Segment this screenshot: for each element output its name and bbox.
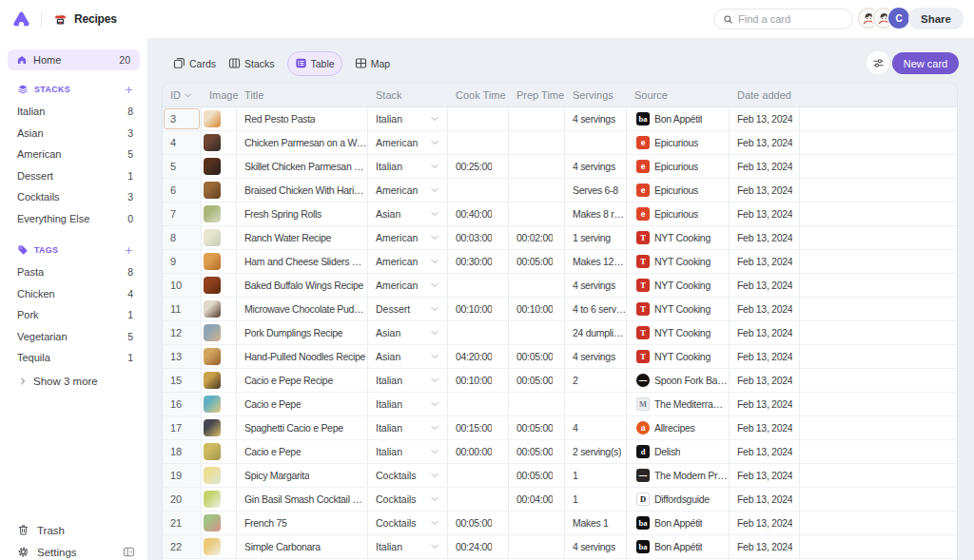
cell-servings[interactable]: 4 servings	[565, 274, 627, 297]
cell-cook-time[interactable]: 00:10:00	[448, 298, 509, 320]
cell-date-added[interactable]: Feb 13, 2024	[730, 393, 800, 415]
cell-servings[interactable]	[565, 131, 627, 154]
cell-servings[interactable]: 1 serving	[565, 226, 627, 249]
cell-date-added[interactable]: Feb 13, 2024	[730, 416, 800, 439]
cell-date-added[interactable]: Feb 13, 2024	[730, 203, 800, 225]
cell-servings[interactable]: Makes 8 ro…	[565, 203, 627, 225]
avatar[interactable]: C	[888, 8, 909, 29]
cell-image[interactable]	[202, 369, 237, 392]
cell-date-added[interactable]: Feb 13, 2024	[730, 369, 800, 392]
cell-extra[interactable]	[800, 369, 957, 392]
cell-title[interactable]: Spicy Margarita	[237, 464, 368, 487]
app-logo-icon[interactable]	[12, 10, 30, 29]
cell-cook-time[interactable]: 00:24:00	[448, 535, 509, 558]
cell-extra[interactable]	[800, 416, 957, 439]
cell-cook-time[interactable]	[448, 464, 509, 487]
cell-stack[interactable]: Cocktails	[368, 488, 448, 511]
cell-id[interactable]: 6	[163, 179, 202, 202]
cell-cook-time[interactable]	[448, 179, 509, 202]
cell-image[interactable]	[202, 131, 237, 154]
cell-title[interactable]: Ranch Water Recipe	[237, 226, 368, 249]
cell-date-added[interactable]: Feb 13, 2024	[730, 107, 800, 130]
cell-servings[interactable]: 4 servings	[565, 535, 627, 558]
cell-stack[interactable]: American	[368, 131, 448, 154]
cell-id[interactable]: 10	[163, 274, 202, 297]
cell-cook-time[interactable]	[448, 393, 509, 415]
cell-prep-time[interactable]: 00:05:00	[509, 345, 565, 368]
cell-servings[interactable]: 24 dumpli…	[565, 321, 627, 344]
cell-image[interactable]	[202, 535, 237, 558]
cell-image[interactable]	[202, 321, 237, 344]
cell-date-added[interactable]: Feb 13, 2024	[730, 155, 800, 178]
cell-cook-time[interactable]: 00:05:00	[448, 512, 509, 534]
cell-servings[interactable]	[565, 393, 627, 415]
cell-servings[interactable]: Makes 1	[565, 512, 627, 534]
cell-cook-time[interactable]	[448, 131, 509, 154]
add-tag-icon[interactable]	[125, 246, 133, 255]
new-card-button[interactable]: New card	[892, 52, 959, 74]
cell-title[interactable]: Gin Basil Smash Cocktail Re…	[237, 488, 368, 511]
cell-cook-time[interactable]	[448, 107, 509, 130]
sidebar-stack-item[interactable]: Cocktails 3	[0, 186, 147, 208]
cell-cook-time[interactable]: 00:00:00	[448, 440, 509, 463]
view-tab[interactable]: Table	[287, 51, 342, 76]
cell-prep-time[interactable]	[509, 203, 565, 225]
column-header-servings[interactable]: Servings	[565, 84, 627, 106]
cell-prep-time[interactable]: 00:10:00	[509, 298, 565, 320]
cell-image[interactable]	[202, 226, 237, 249]
cell-prep-time[interactable]	[509, 535, 565, 558]
cell-date-added[interactable]: Feb 13, 2024	[730, 440, 800, 463]
cell-image[interactable]	[202, 440, 237, 463]
view-tab[interactable]: Stacks	[228, 50, 275, 76]
cell-extra[interactable]	[800, 321, 957, 344]
cell-cook-time[interactable]: 00:03:00	[448, 226, 509, 249]
cell-extra[interactable]	[800, 488, 957, 511]
cell-image[interactable]	[202, 488, 237, 511]
sidebar-tag-item[interactable]: Vegetarian 5	[0, 326, 147, 348]
cell-servings[interactable]: 2 serving(s)	[565, 440, 627, 463]
cell-source[interactable]: TNYT Cooking	[627, 250, 730, 273]
cell-source[interactable]: eEpicurious	[627, 155, 730, 178]
cell-servings[interactable]: 4 servings	[565, 107, 627, 130]
cell-title[interactable]: Simple Carbonara	[237, 535, 368, 558]
cell-date-added[interactable]: Feb 13, 2024	[730, 250, 800, 273]
cell-extra[interactable]	[800, 155, 957, 178]
column-header-prep-time[interactable]: Prep Time	[509, 84, 565, 106]
cell-id[interactable]: 18	[163, 440, 202, 463]
cell-servings[interactable]: 1	[565, 488, 627, 511]
cell-image[interactable]	[202, 107, 237, 130]
cell-image[interactable]	[202, 250, 237, 273]
cell-extra[interactable]	[800, 345, 957, 368]
cell-extra[interactable]	[800, 535, 957, 558]
cell-source[interactable]: TNYT Cooking	[627, 321, 730, 344]
cell-id[interactable]: 19	[163, 464, 202, 487]
cell-extra[interactable]	[800, 464, 957, 487]
cell-servings[interactable]: 4 to 6 serv…	[565, 298, 627, 320]
sidebar-stack-item[interactable]: American 5	[0, 144, 147, 165]
cell-title[interactable]: Braised Chicken With Haris…	[237, 179, 368, 202]
cell-image[interactable]	[202, 393, 237, 415]
cell-image[interactable]	[202, 274, 237, 297]
sidebar-item-home[interactable]: Home 20	[8, 49, 140, 70]
cell-source[interactable]: eEpicurious	[627, 179, 730, 202]
cell-title[interactable]: Spaghetti Cacio e Pepe	[237, 416, 368, 439]
cell-stack[interactable]: Italian	[368, 369, 448, 392]
cell-servings[interactable]: 1	[565, 464, 627, 487]
cell-extra[interactable]	[800, 226, 957, 249]
cell-title[interactable]: Skillet Chicken Parmesan W…	[237, 155, 368, 178]
cell-source[interactable]: DDiffordsguide	[627, 488, 730, 511]
cell-stack[interactable]: Cocktails	[368, 464, 448, 487]
sidebar-tag-item[interactable]: Chicken 4	[0, 283, 147, 305]
column-header-title[interactable]: Title	[237, 84, 368, 106]
cell-stack[interactable]: Cocktails	[368, 512, 448, 534]
cell-extra[interactable]	[800, 131, 957, 154]
cell-source[interactable]: TNYT Cooking	[627, 274, 730, 297]
cell-source[interactable]: baBon Appétit	[627, 535, 730, 558]
cell-image[interactable]	[202, 298, 237, 320]
cell-date-added[interactable]: Feb 13, 2024	[730, 488, 800, 511]
cell-image[interactable]	[202, 179, 237, 202]
cell-title[interactable]: Pork Dumplings Recipe	[237, 321, 368, 344]
cell-stack[interactable]: Italian	[368, 107, 448, 130]
cell-source[interactable]: baBon Appétit	[627, 107, 730, 130]
sidebar-item-trash[interactable]: Trash	[0, 520, 147, 540]
